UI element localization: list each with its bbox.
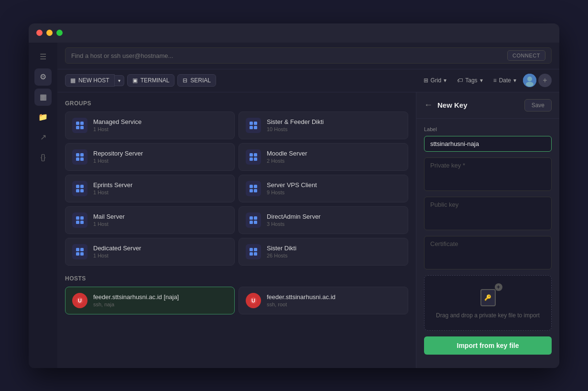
tags-chevron-icon: ▾	[480, 77, 483, 84]
search-input[interactable]	[71, 52, 507, 59]
search-box[interactable]: CONNECT	[65, 47, 552, 64]
add-avatar-button[interactable]: +	[538, 74, 552, 87]
sidebar-icon-files[interactable]: 📁	[34, 109, 52, 126]
sidebar-icon-settings[interactable]: ⚙	[34, 68, 52, 86]
app-body: ☰ ⚙ ▦ 📁 ↗ {} CONNECT ▦ NEW HOST	[29, 43, 559, 368]
svg-rect-15	[250, 153, 253, 156]
group-icon	[246, 149, 261, 165]
content-area: Groups Managed Service 1 Host Sis	[57, 92, 559, 368]
certificate-textarea[interactable]	[424, 236, 552, 269]
minimize-button[interactable]	[46, 30, 53, 36]
maximize-button[interactable]	[56, 30, 63, 36]
svg-rect-18	[254, 157, 257, 161]
svg-rect-6	[80, 126, 84, 129]
sidebar-icon-code[interactable]: {}	[34, 149, 52, 166]
new-host-dropdown[interactable]: ▾	[115, 75, 124, 86]
serial-button[interactable]: ⊟ SERIAL	[177, 74, 216, 87]
group-count: 26 Hosts	[267, 253, 401, 258]
private-key-field-group	[424, 157, 552, 191]
view-controls: ⊞ Grid ▾ 🏷 Tags ▾ ≡ Date ▾	[420, 75, 520, 86]
group-info: Mail Server 1 Host	[93, 213, 228, 227]
host-name: feeder.sttsinarhusni.ac.id	[267, 293, 401, 301]
group-card[interactable]: DirectAdmin Server 3 Hosts	[239, 206, 408, 234]
group-card[interactable]: Eprints Server 1 Host	[65, 175, 235, 202]
group-card[interactable]: Dedicated Server 1 Host	[65, 238, 235, 266]
label-input[interactable]	[424, 136, 552, 152]
certificate-field-group	[424, 236, 552, 269]
group-icon	[246, 118, 261, 133]
svg-rect-37	[76, 252, 79, 256]
svg-rect-9	[250, 126, 253, 129]
panel-body: Label	[416, 119, 559, 368]
plus-icon: +	[495, 283, 502, 291]
svg-rect-21	[76, 189, 79, 192]
svg-rect-20	[80, 185, 84, 188]
back-button[interactable]: ←	[424, 100, 433, 110]
new-host-split: ▦ NEW HOST ▾	[65, 74, 124, 87]
group-count: 1 Host	[93, 158, 228, 164]
date-button[interactable]: ≡ Date ▾	[490, 75, 520, 86]
group-count: 1 Host	[93, 126, 228, 132]
hosts-grid: U feeder.sttsinarhusni.ac.id [naja] ssh,…	[65, 287, 408, 314]
group-count: 1 Host	[93, 190, 228, 195]
group-card[interactable]: Managed Service 1 Host	[65, 112, 235, 139]
right-panel: ← New Key Save Label	[416, 92, 559, 368]
svg-point-1	[527, 77, 532, 81]
host-meta: ssh, root	[267, 302, 401, 307]
svg-rect-35	[76, 248, 79, 251]
sidebar-icon-menu[interactable]: ☰	[34, 48, 52, 66]
host-meta: ssh, naja	[93, 302, 228, 307]
serial-icon: ⊟	[183, 77, 187, 84]
group-card[interactable]: Repository Server 1 Host	[65, 143, 235, 171]
svg-rect-38	[80, 252, 84, 256]
svg-rect-5	[76, 126, 79, 129]
svg-rect-32	[254, 216, 257, 220]
svg-rect-26	[254, 189, 257, 192]
connect-button[interactable]: CONNECT	[507, 50, 545, 61]
host-name: feeder.sttsinarhusni.ac.id [naja]	[93, 293, 228, 301]
group-name: Eprints Server	[93, 181, 228, 189]
group-name: Sister & Feeder Dikti	[267, 118, 401, 125]
public-key-textarea[interactable]	[424, 197, 552, 230]
svg-rect-24	[254, 185, 257, 188]
private-key-textarea[interactable]	[424, 157, 552, 191]
avatar-group: +	[523, 74, 552, 87]
group-card[interactable]: Server VPS Client 9 Hosts	[239, 175, 408, 202]
tags-button[interactable]: 🏷 Tags ▾	[453, 75, 486, 86]
group-name: Server VPS Client	[267, 181, 401, 189]
host-card[interactable]: U feeder.sttsinarhusni.ac.id [naja] ssh,…	[65, 287, 235, 314]
import-button[interactable]: Import from key file	[424, 336, 552, 355]
svg-rect-12	[80, 153, 84, 156]
host-card[interactable]: U feeder.sttsinarhusni.ac.id ssh, root	[239, 287, 408, 314]
group-card[interactable]: Sister & Feeder Dikti 10 Hosts	[239, 112, 408, 139]
group-name: Managed Service	[93, 118, 228, 125]
group-count: 1 Host	[93, 221, 228, 227]
terminal-button[interactable]: ▣ TERMINAL	[127, 74, 175, 87]
sidebar-icon-deploy[interactable]: ↗	[34, 129, 52, 146]
group-card[interactable]: Moodle Server 2 Hosts	[239, 143, 408, 171]
grid-chevron-icon: ▾	[444, 77, 446, 84]
sidebar-icon-hosts[interactable]: ▦	[34, 89, 52, 106]
svg-rect-25	[250, 189, 253, 192]
grid-view-button[interactable]: ⊞ Grid ▾	[420, 75, 451, 86]
svg-rect-28	[80, 216, 84, 220]
file-icon: 🔑	[480, 289, 496, 306]
svg-rect-39	[250, 248, 253, 251]
group-card[interactable]: Sister Dikti 26 Hosts	[239, 238, 408, 266]
titlebar	[29, 23, 559, 43]
drop-zone[interactable]: 🔑 + Drag and drop a private key file to …	[424, 275, 552, 331]
group-icon	[72, 118, 87, 133]
save-button[interactable]: Save	[524, 99, 552, 112]
groups-grid: Managed Service 1 Host Sister & Feeder D…	[65, 112, 408, 266]
group-count: 9 Hosts	[267, 190, 401, 195]
group-card[interactable]: Mail Server 1 Host	[65, 206, 235, 234]
close-button[interactable]	[36, 30, 43, 36]
svg-point-2	[526, 82, 534, 87]
avatar[interactable]	[523, 74, 536, 87]
new-host-button[interactable]: ▦ NEW HOST	[65, 74, 115, 87]
date-icon: ≡	[493, 77, 497, 84]
search-toolbar: CONNECT	[57, 43, 559, 69]
traffic-lights	[36, 30, 63, 36]
group-info: Server VPS Client 9 Hosts	[267, 181, 401, 195]
drop-text: Drag and drop a private key file to impo…	[436, 312, 540, 319]
